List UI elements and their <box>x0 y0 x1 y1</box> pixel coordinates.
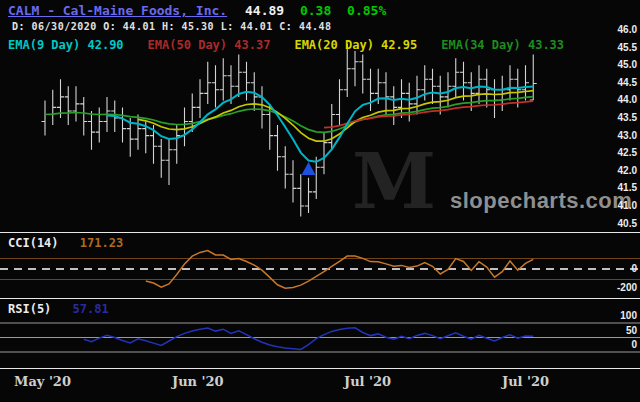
x-axis-month-label: Jul '20 <box>502 374 549 389</box>
y-tick-label: 0 <box>631 339 637 350</box>
y-tick-label: 44.0 <box>618 94 637 105</box>
ema-legend-item: EMA(34 Day) 43.33 <box>441 38 564 52</box>
ticker-link[interactable]: CALM - Cal-Maine Foods, Inc. <box>8 3 227 18</box>
quote-header: CALM - Cal-Maine Foods, Inc. 44.89 0.38 … <box>8 3 386 18</box>
rsi-value: 57.81 <box>73 302 109 316</box>
stock-chart-app: M slopecharts.com CALM - Cal-Maine Foods… <box>0 0 640 402</box>
ema-legend-item: EMA(9 Day) 42.90 <box>8 38 124 52</box>
y-tick-label: 43.5 <box>618 112 637 123</box>
y-tick-label: -200 <box>617 282 637 293</box>
y-tick-label: 100 <box>620 310 637 321</box>
last-price: 44.89 <box>245 3 284 18</box>
buy-signal-arrow-icon <box>302 162 316 175</box>
x-axis-month-label: Jul '20 <box>344 374 391 389</box>
price-change-pct: 0.85% <box>347 3 386 18</box>
y-tick-label: 41.5 <box>618 182 637 193</box>
ema-legend-item: EMA(20 Day) 42.95 <box>294 38 417 52</box>
rsi-panel-header: RSI(5) 57.81 <box>8 302 109 316</box>
y-tick-label: 44.5 <box>618 77 637 88</box>
y-tick-label: 45.5 <box>618 42 637 53</box>
cci-value: 171.23 <box>80 236 123 250</box>
ohlc-readout: D: 06/30/2020 O: 44.01 H: 45.30 L: 44.01… <box>12 21 332 32</box>
price-change: 0.38 <box>300 3 331 18</box>
cci-label: CCI(14) <box>8 236 59 250</box>
chart-canvas[interactable] <box>0 0 640 402</box>
y-tick-label: 41.0 <box>618 200 637 211</box>
y-tick-label: 0 <box>631 263 637 274</box>
x-axis-month-label: May '20 <box>14 374 71 389</box>
y-tick-label: 50 <box>626 325 637 336</box>
y-tick-label: 43.0 <box>618 130 637 141</box>
y-tick-label: 42.5 <box>618 147 637 158</box>
rsi-label: RSI(5) <box>8 302 51 316</box>
ema-legend-item: EMA(50 Day) 43.37 <box>148 38 271 52</box>
y-tick-label: 40.5 <box>618 218 637 229</box>
y-tick-label: 46.0 <box>618 24 637 35</box>
y-tick-label: 45.0 <box>618 59 637 70</box>
y-tick-label: 42.0 <box>618 165 637 176</box>
ema-legend: EMA(9 Day) 42.90EMA(50 Day) 43.37EMA(20 … <box>8 38 588 52</box>
cci-panel-header: CCI(14) 171.23 <box>8 236 123 250</box>
x-axis-month-label: Jun '20 <box>172 374 224 389</box>
